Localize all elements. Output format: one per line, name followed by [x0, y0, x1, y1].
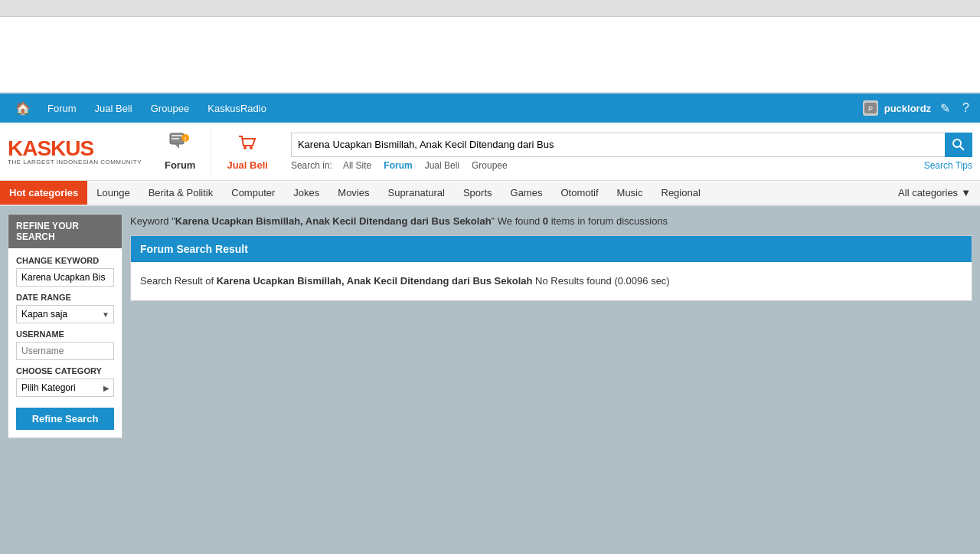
cat-jokes[interactable]: Jokes	[284, 181, 328, 205]
result-prefix: Search Result of	[140, 275, 217, 287]
refine-search-button[interactable]: Refine Search	[16, 408, 114, 430]
cat-hot-categories[interactable]: Hot categories	[0, 181, 87, 205]
nav-forum-link[interactable]: Forum	[38, 103, 86, 114]
date-range-select-wrap: Kapan saja ▼	[16, 305, 114, 323]
logo-text: KASKUS	[8, 138, 142, 159]
ad-area	[0, 17, 980, 93]
result-body: Search Result of Karena Ucapkan Bismilla…	[131, 262, 972, 300]
cat-all-categories[interactable]: All categories ▼	[889, 181, 980, 205]
svg-marker-5	[175, 144, 179, 149]
result-count-after: items in forum discussions	[548, 215, 668, 227]
nav-groupee-link[interactable]: Groupee	[142, 103, 199, 114]
search-option-forum[interactable]: Forum	[377, 160, 418, 171]
keyword-result-text: Keyword "Karena Ucapkan Bismillah, Anak …	[130, 214, 972, 229]
forum-icon: !	[168, 132, 191, 158]
cat-sports[interactable]: Sports	[454, 181, 501, 205]
cat-movies[interactable]: Movies	[328, 181, 378, 205]
nav-bar: 🏠 Forum Jual Beli Groupee KaskusRadio P …	[0, 93, 980, 123]
svg-text:P: P	[868, 105, 873, 113]
result-keyword-after: " We found	[492, 215, 543, 227]
search-input[interactable]	[291, 133, 945, 157]
user-area: P pucklordz ✎ ?	[863, 100, 972, 116]
search-area: Search in: All Site Forum Jual Beli Grou…	[291, 133, 972, 171]
result-keyword-display: Karena Ucapkan Bismillah, Anak Kecil Dit…	[217, 275, 533, 287]
forum-tab-label: Forum	[165, 159, 195, 171]
nav-kaskusradio-link[interactable]: KaskusRadio	[198, 103, 276, 114]
browser-bar	[0, 0, 980, 17]
category-select-wrap: Pilih Kategori ▶	[16, 379, 114, 397]
cat-otomotif[interactable]: Otomotif	[551, 181, 607, 205]
search-option-jualbeli[interactable]: Jual Beli	[419, 160, 466, 171]
svg-line-11	[960, 146, 964, 150]
result-keyword: Karena Ucapkan Bismillah, Anak Kecil Dit…	[175, 215, 492, 227]
user-avatar-icon: P	[863, 100, 878, 116]
edit-icon[interactable]: ✎	[937, 101, 953, 116]
site-header: KASKUS THE LARGEST INDONESIAN COMMUNITY …	[0, 123, 980, 181]
result-keyword-before: Keyword "	[130, 215, 175, 227]
username-label: USERNAME	[16, 329, 114, 339]
result-header: Forum Search Result	[131, 236, 972, 262]
svg-text:!: !	[185, 136, 187, 143]
search-option-allsite[interactable]: All Site	[337, 160, 377, 171]
results-area: Keyword "Karena Ucapkan Bismillah, Anak …	[130, 214, 972, 301]
logo-tagline: THE LARGEST INDONESIAN COMMUNITY	[8, 159, 142, 166]
svg-rect-3	[172, 135, 182, 136]
refine-body: CHANGE KEYWORD DATE RANGE Kapan saja ▼ U…	[8, 248, 122, 438]
jualbeli-tab-label: Jual Beli	[227, 159, 267, 171]
search-option-groupee[interactable]: Groupee	[466, 160, 514, 171]
home-nav-button[interactable]: 🏠	[8, 101, 38, 116]
date-range-select[interactable]: Kapan saja	[16, 305, 114, 323]
cat-games[interactable]: Games	[501, 181, 552, 205]
result-count: 0	[543, 215, 548, 227]
help-icon[interactable]: ?	[959, 101, 972, 115]
logo: KASKUS THE LARGEST INDONESIAN COMMUNITY	[8, 138, 142, 166]
category-select[interactable]: Pilih Kategori	[16, 379, 114, 397]
cat-lounge[interactable]: Lounge	[87, 181, 139, 205]
svg-rect-4	[172, 138, 179, 139]
refine-header: REFINE YOUR SEARCH	[8, 215, 122, 248]
username-label: pucklordz	[884, 103, 931, 114]
username-input[interactable]	[16, 342, 114, 360]
keyword-input[interactable]	[16, 268, 114, 287]
search-in-label: Search in:	[291, 160, 332, 171]
jualbeli-icon	[236, 132, 259, 158]
refine-sidebar: REFINE YOUR SEARCH CHANGE KEYWORD DATE R…	[8, 214, 122, 438]
search-options: Search in: All Site Forum Jual Beli Grou…	[291, 160, 972, 171]
choose-category-label: CHOOSE CATEGORY	[16, 366, 114, 375]
date-range-label: DATE RANGE	[16, 293, 114, 302]
cat-supranatural[interactable]: Supranatural	[378, 181, 453, 205]
categories-bar: Hot categories Lounge Berita & Politik C…	[0, 181, 980, 206]
cat-berita-politik[interactable]: Berita & Politik	[139, 181, 223, 205]
change-keyword-label: CHANGE KEYWORD	[16, 256, 114, 265]
nav-icons-area: ! Forum Jual Beli	[149, 129, 283, 174]
search-tips-link[interactable]: Search Tips	[924, 160, 972, 171]
svg-point-8	[243, 146, 247, 149]
nav-jualbeli-link[interactable]: Jual Beli	[86, 103, 142, 114]
main-content: REFINE YOUR SEARCH CHANGE KEYWORD DATE R…	[0, 206, 980, 446]
jualbeli-tab[interactable]: Jual Beli	[211, 129, 283, 174]
result-box: Forum Search Result Search Result of Kar…	[130, 235, 972, 301]
svg-point-9	[250, 146, 253, 149]
cat-computer[interactable]: Computer	[222, 181, 284, 205]
svg-point-10	[953, 139, 961, 147]
cat-regional[interactable]: Regional	[652, 181, 710, 205]
logo-area: KASKUS THE LARGEST INDONESIAN COMMUNITY	[8, 138, 142, 166]
search-box-row	[291, 133, 972, 157]
result-suffix: No Results found (0.0096 sec)	[532, 275, 669, 287]
cat-music[interactable]: Music	[608, 181, 652, 205]
forum-tab[interactable]: ! Forum	[149, 129, 211, 174]
search-button[interactable]	[945, 133, 972, 157]
